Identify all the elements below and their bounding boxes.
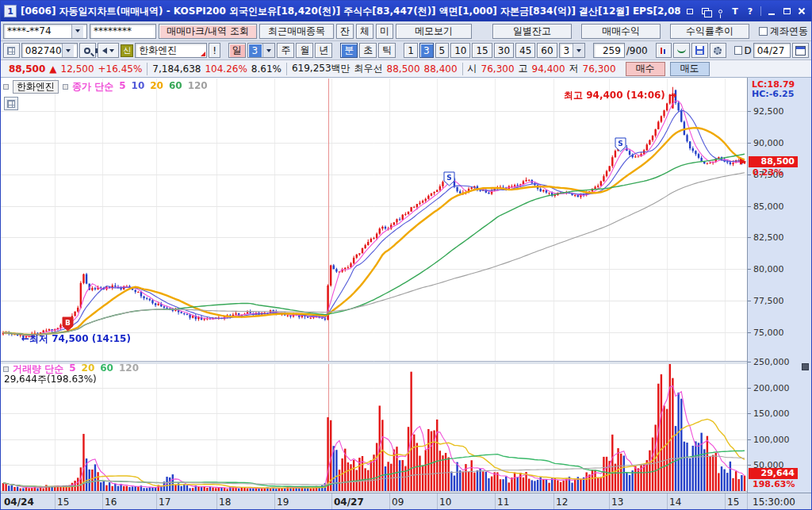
- font-icon[interactable]: T: [729, 6, 741, 17]
- x-axis-tick-label: 15: [57, 497, 69, 508]
- period-year-button[interactable]: 년: [315, 43, 332, 58]
- account-dropdown-icon[interactable]: [71, 25, 83, 38]
- legend-toggle-icon[interactable]: [3, 366, 9, 372]
- recent-trades-button[interactable]: 최근매매종목: [259, 24, 334, 39]
- time-axis-divider: [389, 493, 390, 510]
- link-window-icon[interactable]: [684, 6, 696, 17]
- stock-name-field[interactable]: 한화엔진: [135, 43, 207, 58]
- high-label: 고: [519, 62, 528, 75]
- period-second-button[interactable]: 초: [359, 43, 377, 58]
- code-dropdown-icon[interactable]: [62, 44, 74, 57]
- marker-shield-icon: S: [443, 171, 455, 186]
- interval-60-button[interactable]: 60: [537, 43, 557, 58]
- x-axis-tick-label: 16: [105, 497, 117, 508]
- ma-120-legend: 120: [188, 80, 208, 94]
- best-ask: 88,500: [387, 63, 420, 75]
- sell-marker[interactable]: S: [443, 171, 455, 186]
- chevron-down-icon: [109, 49, 114, 52]
- legend-toggle-icon[interactable]: [3, 84, 9, 90]
- limit-down-readout: HC:-6.25: [752, 89, 794, 99]
- stock-name-value: 한화엔진: [139, 44, 177, 57]
- pin-icon[interactable]: [714, 6, 726, 17]
- add-overlay-button[interactable]: [673, 43, 690, 58]
- time-axis-divider: [725, 493, 726, 510]
- chevron-down-icon: [266, 49, 271, 52]
- yield-trend-button[interactable]: 수익률추이: [670, 24, 749, 39]
- date-input[interactable]: 04/27: [753, 43, 791, 58]
- save-chart-button[interactable]: [691, 43, 708, 58]
- balance-button[interactable]: 잔: [336, 24, 354, 39]
- interval-dropdown-icon[interactable]: [573, 44, 584, 57]
- buy-marker[interactable]: B: [62, 316, 74, 332]
- account-select[interactable]: ****-**74: [3, 24, 87, 39]
- close-button[interactable]: [795, 6, 808, 17]
- interval-45-button[interactable]: 45: [515, 43, 535, 58]
- interval-10-button[interactable]: 10: [450, 43, 470, 58]
- price-axis-tick: [748, 301, 751, 301]
- time-axis-divider: [437, 493, 438, 510]
- memo-view-button[interactable]: 메모보기: [396, 24, 472, 39]
- price-axis-panel[interactable]: LC:18.79 HC:-6.25 92,50090,00087,50085,0…: [747, 78, 812, 493]
- current-price-box: 88,500: [749, 156, 798, 167]
- current-price: 88,500: [9, 63, 45, 75]
- interval-3-button[interactable]: 3: [419, 43, 434, 58]
- stock-search-button[interactable]: [79, 43, 96, 58]
- interval-15-button[interactable]: 15: [472, 43, 492, 58]
- buy-button[interactable]: 매수: [626, 62, 665, 76]
- interval-5-button[interactable]: 5: [435, 43, 450, 58]
- help-icon[interactable]: ?: [744, 6, 756, 17]
- minimize-icon: [768, 13, 775, 15]
- password-field[interactable]: ********: [90, 24, 156, 39]
- x-axis-tick-label: 17: [159, 497, 170, 508]
- data-table-button[interactable]: [4, 97, 18, 110]
- account-link-checkbox[interactable]: [759, 27, 768, 36]
- interval-1-button[interactable]: 1: [404, 43, 418, 58]
- date-checkbox[interactable]: [734, 46, 743, 55]
- period-tick-button[interactable]: 틱: [378, 43, 396, 58]
- filled-button[interactable]: 체: [356, 24, 373, 39]
- time-axis-panel[interactable]: 15:30:00 04/24151617181904/2709101112131…: [1, 493, 812, 510]
- price-axis-tick: [748, 206, 751, 207]
- unfilled-button[interactable]: 미: [376, 24, 393, 39]
- x-axis-tick-label: 14: [669, 497, 681, 508]
- x-axis-tick-label: 11: [497, 497, 509, 508]
- sound-alert-button[interactable]: [98, 43, 120, 58]
- ma-60-legend: 60: [169, 80, 182, 94]
- stock-code-combo[interactable]: 082740: [21, 43, 78, 58]
- open-label: 시: [468, 62, 477, 75]
- alert-button[interactable]: !: [209, 43, 220, 58]
- interval-combo-value: 3: [564, 45, 570, 56]
- turnover-pct: 8.61%: [251, 63, 282, 75]
- add-indicator-button[interactable]: [656, 43, 672, 58]
- daily-balance-button[interactable]: 일별잔고: [492, 24, 572, 39]
- sell-button[interactable]: 매도: [670, 62, 710, 76]
- trade-profit-button[interactable]: 매매수익: [581, 24, 661, 39]
- chart-settings-button[interactable]: [710, 43, 726, 58]
- trade-mark-detail-button[interactable]: 매매마크/내역 조회: [159, 24, 257, 39]
- close-icon: [798, 7, 806, 15]
- window-split-button[interactable]: [3, 43, 20, 58]
- interval-combo[interactable]: 3: [559, 43, 586, 58]
- symbol-tab[interactable]: 한화엔진: [13, 80, 59, 94]
- calendar-button[interactable]: [792, 43, 809, 58]
- interval-30-button[interactable]: 30: [494, 43, 514, 58]
- legend-toggle-icon[interactable]: [63, 84, 68, 90]
- maximize-button[interactable]: [780, 6, 793, 17]
- day-count-dropdown-icon[interactable]: [262, 44, 274, 57]
- period-day-button[interactable]: 일: [228, 43, 246, 58]
- chart-area[interactable]: 한화엔진 종가 단순5102060120 거래량 단순52060120 29,6…: [1, 78, 812, 510]
- candlestick-chart-canvas[interactable]: [1, 79, 747, 493]
- minimize-button[interactable]: [765, 6, 778, 17]
- period-minute-button[interactable]: 분: [340, 43, 358, 58]
- bar-count-input[interactable]: 259: [593, 43, 625, 58]
- period-week-button[interactable]: 주: [277, 43, 294, 58]
- time-axis-divider: [55, 493, 56, 510]
- volume-axis-tick: [748, 439, 751, 440]
- price-pane-legend: 한화엔진 종가 단순5102060120: [3, 80, 208, 94]
- cascade-window-icon[interactable]: [699, 6, 711, 17]
- day-count-combo[interactable]: 3: [247, 43, 276, 58]
- collapse-volume-icon[interactable]: [802, 363, 809, 370]
- period-month-button[interactable]: 월: [296, 43, 313, 58]
- sell-marker[interactable]: S: [615, 137, 626, 152]
- d-label: D: [744, 45, 751, 56]
